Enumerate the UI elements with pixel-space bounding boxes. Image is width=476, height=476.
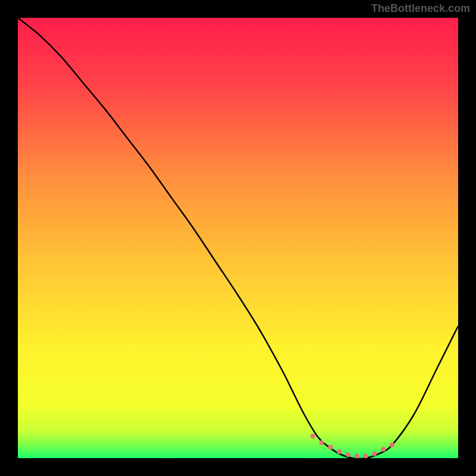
marker-point xyxy=(390,443,394,447)
bottleneck-curve xyxy=(18,18,458,458)
marker-point xyxy=(346,452,350,457)
chart-area xyxy=(18,18,458,458)
marker-point xyxy=(320,440,324,445)
marker-point xyxy=(381,447,386,452)
marker-point xyxy=(355,453,359,458)
curve-layer xyxy=(18,18,458,458)
highlight-markers xyxy=(311,434,394,458)
attribution-text: TheBottleneck.com xyxy=(371,2,470,15)
marker-point xyxy=(328,445,333,450)
marker-point xyxy=(372,452,377,456)
marker-point xyxy=(364,453,368,458)
marker-point xyxy=(311,434,315,439)
marker-point xyxy=(337,449,342,454)
